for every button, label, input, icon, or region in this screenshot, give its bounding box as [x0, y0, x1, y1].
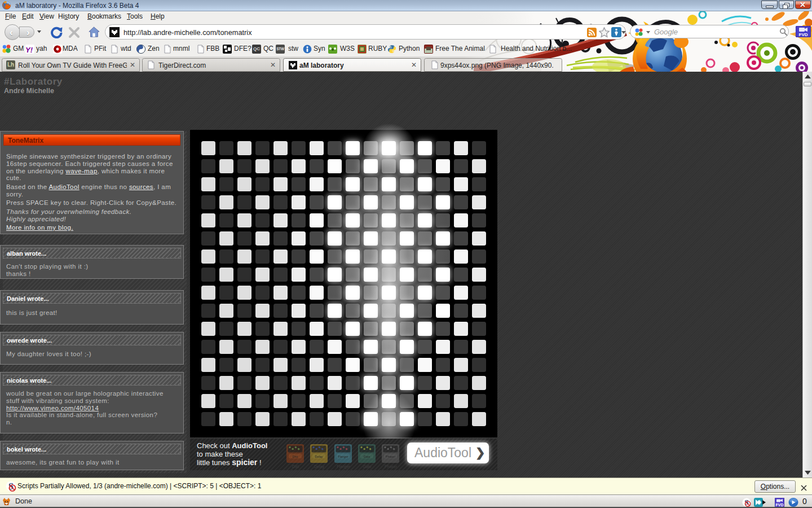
svg-text:Delay: Delay: [315, 455, 323, 458]
svg-text:FVD: FVD: [799, 32, 808, 37]
svg-text:Flanger: Flanger: [338, 455, 348, 458]
svg-text:Phaser: Phaser: [386, 455, 396, 458]
svg-text:FVD: FVD: [776, 503, 784, 507]
svg-text:Gate: Gate: [364, 455, 370, 458]
svg-text:Dist: Dist: [293, 455, 298, 458]
